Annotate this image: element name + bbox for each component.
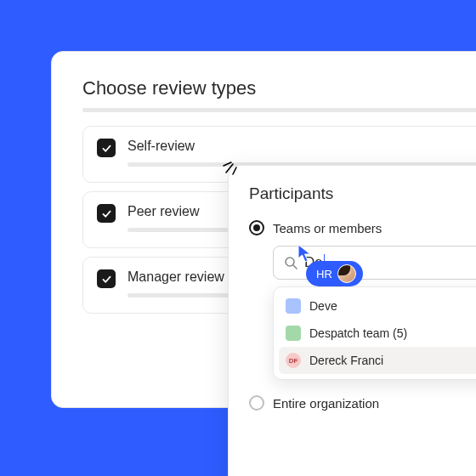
participants-card: Participants Teams or members De Deve De… [228,165,476,476]
svg-line-1 [293,265,297,269]
collaborator-label: HR [316,268,332,280]
spark-icon [221,150,248,178]
radio-icon[interactable] [249,220,264,235]
checkbox-icon[interactable] [97,139,116,157]
cursor-icon [298,244,313,263]
suggestion-item[interactable]: Despatch team (5) [279,320,476,347]
team-swatch-icon [286,298,301,314]
radio-label: Entire organization [273,396,379,411]
participants-title: Participants [249,184,476,203]
option-label: Self-review [128,139,476,154]
suggestion-label: Despatch team (5) [309,326,407,340]
suggestion-label: Dereck Franci [309,354,383,367]
radio-teams-or-members[interactable]: Teams or members [249,220,476,235]
collaborator-tag: HR [306,261,363,286]
suggestion-label: Deve [309,299,337,313]
radio-icon[interactable] [249,395,264,411]
suggestion-item[interactable]: DF Dereck Franci [279,347,476,374]
card-title: Choose review types [82,77,476,99]
person-avatar-icon: DF [286,353,301,368]
radio-label: Teams or members [273,221,382,235]
checkbox-icon[interactable] [97,269,116,288]
collaborator-cursor: HR [298,244,363,286]
divider [82,108,476,112]
suggestion-item[interactable]: Deve [279,292,476,320]
search-suggestions: Deve Despatch team (5) DF Dereck Franci [273,286,476,380]
search-icon [284,256,298,269]
team-swatch-icon [286,326,301,341]
checkbox-icon[interactable] [97,204,116,223]
radio-entire-organization[interactable]: Entire organization [249,395,476,411]
avatar [337,264,356,283]
